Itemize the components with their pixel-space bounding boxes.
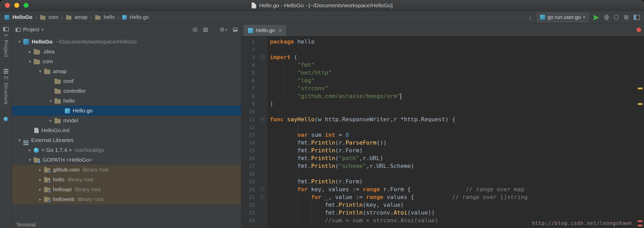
code-line[interactable]: 12 [241,123,644,131]
tree-row[interactable]: ▸hellolibrary root [12,175,241,184]
code-line[interactable]: 2 [241,46,644,53]
tree-row[interactable]: ▾amap [12,66,241,76]
collapse-region-icon[interactable]: − [260,187,264,191]
stripe-mark[interactable] [638,88,642,89]
collapse-region-icon[interactable]: − [260,55,264,59]
tree-row[interactable]: ▾HelloGo~/Documents/workspace/HelloGo [12,37,241,47]
tree-collapsed-icon[interactable]: ▸ [47,118,54,123]
tree-expanded-icon[interactable]: ▾ [26,59,34,64]
code-line[interactable]: 20− for key, values := range r.Form { //… [241,186,644,193]
stripe-mark[interactable] [638,220,642,222]
coverage-button-icon[interactable] [614,15,619,20]
tree-expanded-icon[interactable]: ▾ [16,138,23,143]
tool-windows-icon[interactable] [634,15,640,20]
close-tab-icon[interactable]: × [278,27,282,34]
tree-expanded-icon[interactable]: ▾ [26,157,34,163]
code-line[interactable]: 11−func sayHello(w http.ResponseWriter,r… [241,116,644,123]
code-line[interactable]: 6 "log" [241,77,644,84]
fold-gutter [257,178,267,186]
run-config-select[interactable]: go run user.go ▾ [537,13,588,22]
favorites-tool-icon[interactable] [4,117,8,121]
run-button[interactable]: ▶ [594,14,599,21]
tree-collapsed-icon[interactable]: ▸ [36,167,44,173]
code-line[interactable]: 21− for _, value := range values { // ra… [241,193,644,201]
tree-expanded-icon[interactable]: ▾ [36,69,44,74]
minimize-window-button[interactable] [14,3,19,8]
fold-marker-icon[interactable]: − [257,116,267,123]
tree-expanded-icon[interactable]: ▾ [47,98,54,104]
fold-gutter [257,147,267,154]
tree-collapsed-icon[interactable]: ▸ [36,197,44,202]
tree-collapsed-icon[interactable]: ▸ [36,187,44,192]
code-line[interactable]: 10 [241,108,644,116]
terminal-tool-tab[interactable]: Terminal [12,220,241,228]
chevron-down-icon[interactable]: ▾ [42,27,44,32]
close-window-button[interactable] [5,3,10,8]
stripe-tab-project[interactable]: 1: Project [3,27,9,57]
breadcrumb-item[interactable]: Hello.go [122,14,149,20]
code-line[interactable]: 4 "fmt" [241,61,644,69]
breadcrumb-item[interactable]: HelloGo [4,14,32,20]
code-line[interactable]: 16 fmt.Println("path",r.URL) [241,154,644,162]
stripe-mark[interactable] [638,103,642,105]
tree-row[interactable]: ▾GOPATH <HelloGo> [12,155,241,165]
tree-row[interactable]: controller [12,86,241,96]
locate-file-icon[interactable] [193,27,197,32]
code-line[interactable]: 1package hello [241,38,644,46]
tree-row[interactable]: ▸< Go 1.7.4 >/usr/local/go [12,145,241,155]
code-area[interactable]: 1package hello23−import (4 "fmt"5 "net/h… [241,36,644,224]
fold-marker-icon[interactable]: − [257,193,267,201]
tree-row[interactable]: ▸.idea [12,47,241,56]
code-line[interactable]: 3−import ( [241,53,644,61]
hide-panel-icon[interactable] [233,28,237,32]
line-number: 8 [241,92,257,100]
tree-row[interactable]: ▾hello [12,96,241,106]
code-line[interactable]: 19 fmt.Println(r.Form) [241,178,644,186]
stripe-mark[interactable] [638,225,642,226]
debug-button-icon[interactable] [604,15,609,20]
collapse-region-icon[interactable]: − [260,195,264,199]
breadcrumb-item[interactable]: com [40,14,58,20]
code-line[interactable]: 9) [241,100,644,108]
fold-marker-icon[interactable]: − [257,53,267,61]
tree-collapsed-icon[interactable]: ▸ [26,147,34,153]
zoom-window-button[interactable] [24,3,29,8]
code-text: fmt.Println(r.Form) [267,178,363,186]
stripe-tab-structure[interactable]: Z: Structure [3,69,9,105]
code-line[interactable]: 7 "strconv" [241,84,644,92]
tree-row[interactable]: ▸github.comlibrary root [12,165,241,175]
code-line[interactable]: 13 var sum int = 0 [241,131,644,139]
tree-row[interactable]: ▸helloapilibrary root [12,184,241,194]
tree-row[interactable]: ▾com [12,56,241,66]
tree-row[interactable]: ▾External Libraries [12,135,241,145]
tree-row[interactable]: ▸model [12,116,241,125]
settings-gear-icon[interactable]: ⚙▾ [220,26,227,33]
tab-hello-go[interactable]: Hello.go × [244,25,286,36]
tree-row[interactable]: ▸helloweblibrary root [12,194,241,204]
stop-button-icon[interactable] [624,15,628,19]
vcs-update-icon[interactable]: ↓ [529,15,532,20]
breadcrumb-item[interactable]: amap [66,14,87,20]
tree-collapsed-icon[interactable]: ▸ [36,177,44,182]
gopath-icon [34,158,40,163]
code-line[interactable]: 17 fmt.Println("scheme",r.URL.Scheme) [241,162,644,170]
breadcrumb-item[interactable]: hello [95,14,114,20]
tree-expanded-icon[interactable]: ▾ [16,39,23,45]
error-indicator-badge[interactable] [636,27,641,32]
code-line[interactable]: 5 "net/http" [241,69,644,77]
code-line[interactable]: 14 fmt.Println(r.ParseForm()) [241,139,644,147]
code-line[interactable]: 18 [241,170,644,178]
error-stripe[interactable] [636,36,644,228]
tree-row[interactable]: HelloGo.iml [12,125,241,135]
code-line[interactable]: 22 fmt.Println(key, value) [241,201,644,209]
code-line[interactable]: 8 "github.com/astaxie/beego/orm" [241,92,644,100]
tree-row[interactable]: conf [12,76,241,86]
tree-row[interactable]: Hello.go [12,106,241,116]
tree-collapsed-icon[interactable]: ▸ [26,49,34,54]
collapse-region-icon[interactable]: − [260,117,264,122]
breadcrumb-separator: › [61,15,63,20]
collapse-all-icon[interactable] [203,28,208,32]
code-line[interactable]: 15 fmt.Println(r.Form) [241,147,644,154]
fold-marker-icon[interactable]: − [257,186,267,193]
code-line[interactable]: 23 fmt.Println(strconv.Atoi(value)) [241,209,644,217]
